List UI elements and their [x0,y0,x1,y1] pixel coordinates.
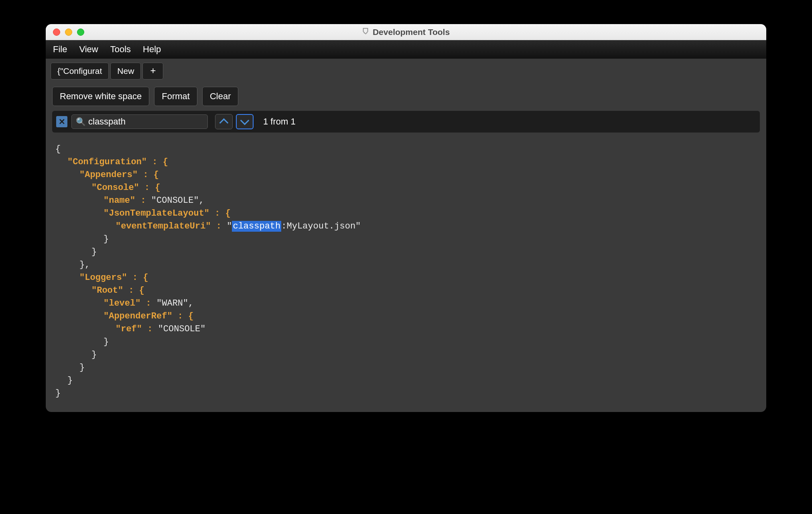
minimize-window-button[interactable] [65,29,72,36]
json-key: "eventTemplateUri" [116,221,211,231]
code-line: } [104,234,109,244]
search-icon: 🔍 [76,117,86,126]
code-text: :MyLayout.json" [281,221,361,231]
code-line: } [55,388,61,398]
code-text: " [227,221,232,231]
code-text: : [211,221,227,231]
code-text: : { [147,157,168,167]
app-icon: ⛉ [362,28,369,36]
search-prev-button[interactable] [215,114,233,129]
window-controls [46,29,84,36]
code-text: : { [127,273,148,283]
toolbar: Remove white space Format Clear [46,80,766,111]
close-window-button[interactable] [53,29,60,36]
chevron-up-icon [219,118,229,128]
code-text: : [142,324,158,334]
titlebar: ⛉ Development Tools [46,24,766,40]
window-title: ⛉ Development Tools [362,27,450,37]
menu-file[interactable]: File [53,44,67,55]
tab-new[interactable]: New [110,63,141,80]
code-line: } [67,375,73,386]
json-key: "JsonTemplateLayout" [104,208,209,218]
code-text: : { [173,311,194,321]
clear-button[interactable]: Clear [202,87,239,106]
search-result-count: 1 from 1 [263,116,296,127]
remove-whitespace-button[interactable]: Remove white space [52,87,149,106]
chevron-down-icon [240,116,250,125]
code-text: : { [138,170,159,180]
search-input[interactable] [88,116,203,127]
json-key: "Root" [91,286,123,296]
code-text: : { [139,183,160,193]
search-input-container: 🔍 [71,114,208,129]
close-search-button[interactable]: ✕ [56,116,67,127]
menu-view[interactable]: View [79,44,98,55]
code-editor[interactable]: { "Configuration" : { "Appenders" : { "C… [52,138,760,405]
code-line: }, [79,260,90,270]
tab-add[interactable]: + [142,63,163,80]
json-key: "AppenderRef" [104,311,173,321]
code-text: : { [209,208,231,218]
code-text: , [188,298,193,308]
code-line: { [55,144,61,154]
code-line: } [91,350,97,360]
search-match: classpath [232,221,281,232]
tab-configuration[interactable]: {"Configurat [51,63,109,80]
format-button[interactable]: Format [154,87,197,106]
code-line: } [79,363,85,373]
json-key: "level" [104,298,140,308]
code-line: } [91,247,97,257]
json-key: "Configuration" [67,157,147,167]
code-text: : [135,196,151,206]
maximize-window-button[interactable] [77,29,84,36]
code-text: : [140,298,156,308]
menu-help[interactable]: Help [143,44,161,55]
json-key: "Loggers" [79,273,127,283]
search-nav [215,114,254,129]
menubar: File View Tools Help [46,40,766,59]
close-icon: ✕ [59,117,65,126]
json-key: "ref" [116,324,142,334]
json-key: "Console" [91,183,139,193]
code-text: , [199,196,204,206]
json-key: "name" [104,196,135,206]
code-line: } [104,337,109,347]
tabbar: {"Configurat New + [46,59,766,80]
json-key: "Appenders" [79,170,138,180]
searchbar: ✕ 🔍 1 from 1 [52,111,760,133]
json-value: "WARN" [156,298,188,308]
window-title-text: Development Tools [373,27,450,37]
search-next-button[interactable] [236,114,254,129]
app-window: ⛉ Development Tools File View Tools Help… [46,24,766,412]
menu-tools[interactable]: Tools [110,44,131,55]
code-text: : { [123,286,144,296]
json-value: "CONSOLE" [151,196,199,206]
json-value: "CONSOLE" [158,324,206,334]
